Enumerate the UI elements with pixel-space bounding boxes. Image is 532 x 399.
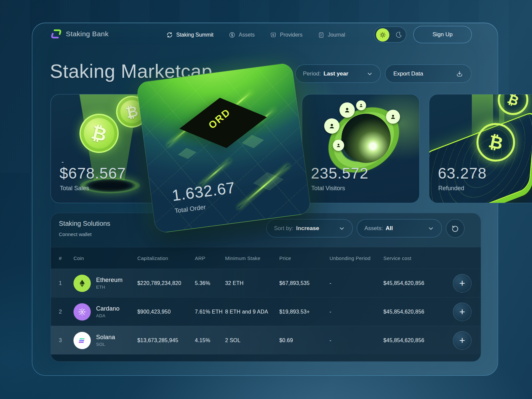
col-minimum-stake: Minimum Stake — [225, 255, 279, 261]
nav-label: Providers — [280, 32, 303, 38]
add-stake-button[interactable]: + — [453, 274, 471, 293]
col-capitalization: Capitalization — [137, 255, 195, 261]
ethereum-icon — [73, 275, 91, 292]
cell-service-cost: $45,854,620,856 — [383, 280, 444, 286]
section-title: Staking Solutions — [59, 220, 110, 227]
moon-icon[interactable] — [395, 31, 402, 38]
cell-service-cost: $45,854,620,856 — [383, 309, 444, 315]
sign-up-label: Sign Up — [433, 31, 453, 38]
chevron-down-icon — [366, 70, 373, 77]
user-avatar-icon — [333, 140, 344, 151]
stat-label: Refunded — [438, 185, 464, 192]
cell-capitalization: $13,673,285,945 — [137, 337, 195, 343]
nav-item-staking-summit[interactable]: Staking Summit — [166, 32, 213, 38]
user-avatar-icon — [356, 100, 366, 110]
cell-price: $0.69 — [279, 337, 330, 343]
col-arp: ARP — [195, 255, 225, 261]
add-stake-button[interactable]: + — [453, 303, 471, 321]
rotate-ccw-icon — [451, 224, 459, 232]
cell-unbonding-period: - — [330, 280, 383, 286]
table-header-row: # Coin Capitalization ARP Minimum Stake … — [51, 247, 481, 269]
bitcoin-coin-icon: ₿ — [79, 114, 119, 153]
user-avatar-icon — [339, 102, 355, 118]
nav-item-assets[interactable]: Assets — [229, 32, 255, 38]
nav-label: Journal — [328, 32, 345, 38]
stat-card-total-visitors: 235.572 Total Visitors — [302, 94, 420, 203]
chevron-down-icon — [338, 225, 345, 232]
table-row: 2 Cardano ADA $900,423,9 — [51, 297, 481, 326]
stat-card-refunded: ₿ ₿ 63.278 Refunded — [429, 94, 532, 203]
coin-name: Solana — [96, 334, 115, 340]
export-label: Export Data — [393, 70, 423, 77]
cell-minimum-stake: 32 ETH — [225, 280, 279, 286]
nav-item-providers[interactable]: Providers — [270, 32, 303, 38]
plus-icon: + — [459, 307, 465, 317]
theme-toggle[interactable] — [374, 27, 406, 43]
cell-arp: 4.15% — [195, 337, 225, 343]
nav-item-journal[interactable]: Journal — [318, 32, 345, 38]
grid-overlay — [136, 63, 311, 233]
journal-icon — [318, 32, 325, 38]
cell-minimum-stake: 8 ETH and 9 ADA — [225, 309, 279, 315]
table-row: 3 — [51, 326, 481, 354]
row-rank: 1 — [59, 280, 73, 286]
download-icon — [456, 70, 463, 77]
coin-symbol: SOL — [96, 342, 115, 346]
stat-label: Total Sales — [60, 185, 89, 192]
stat-card-total-order: ORD 1.632.67 Total Order — [136, 62, 312, 234]
row-rank: 2 — [59, 309, 73, 315]
dollar-circle-icon — [229, 32, 235, 38]
sort-by-dropdown[interactable]: Sort by: Increase — [266, 219, 353, 237]
user-avatar-icon — [386, 110, 400, 124]
cell-service-cost: $45,854,620,856 — [383, 337, 444, 343]
coin-symbol: ETH — [96, 285, 123, 289]
chevron-down-icon — [428, 225, 434, 232]
cell-price: $19,893.53+ — [279, 309, 330, 315]
add-stake-button[interactable]: + — [453, 331, 471, 350]
cardano-icon — [73, 303, 91, 321]
sync-icon — [166, 32, 173, 38]
sort-value: Increase — [296, 225, 319, 232]
plus-icon: + — [459, 278, 465, 288]
period-label: Period: — [303, 70, 321, 77]
staking-table: # Coin Capitalization ARP Minimum Stake … — [51, 247, 481, 361]
user-avatar-icon — [324, 118, 339, 134]
row-rank: 3 — [59, 337, 73, 343]
staking-solutions-panel: Staking Solutions Connect wallet Sort by… — [51, 213, 481, 362]
cell-unbonding-period: - — [330, 337, 383, 343]
col-unbonding-period: Unbonding Period — [330, 255, 383, 261]
assets-dropdown[interactable]: Assets: All — [357, 219, 442, 237]
cell-price: $67,893,535 — [279, 280, 330, 286]
assets-value: All — [386, 225, 393, 232]
bitcoin-coin-icon: ₿ — [476, 123, 515, 162]
sort-label: Sort by: — [274, 225, 294, 232]
refresh-button[interactable] — [446, 219, 465, 238]
sun-icon[interactable] — [376, 28, 389, 42]
solana-icon — [73, 332, 91, 349]
period-dropdown[interactable]: Period: Last year — [295, 65, 381, 83]
assets-label: Assets: — [364, 225, 383, 232]
cell-minimum-stake: 2 SOL — [225, 337, 279, 343]
col-service-cost: Service cost — [383, 255, 444, 261]
main-nav: Staking Summit Assets Providers Journal — [166, 29, 345, 41]
nav-label: Staking Summit — [176, 32, 213, 38]
stat-label: Total Visitors — [311, 185, 345, 192]
export-data-button[interactable]: Export Data — [385, 65, 471, 83]
coin-name: Cardano — [96, 306, 119, 312]
stat-value: 63.278 — [438, 164, 487, 182]
plus-icon: + — [459, 335, 465, 345]
dark-sphere — [341, 114, 391, 163]
brand-logo[interactable]: Staking Bank — [51, 29, 109, 39]
nav-label: Assets — [239, 32, 255, 38]
period-value: Last year — [324, 70, 348, 77]
stat-value: 235.572 — [311, 164, 368, 182]
cell-arp: 7.61% ETH — [195, 309, 225, 315]
cell-unbonding-period: - — [330, 309, 383, 315]
stat-value: $678.567 — [60, 164, 126, 182]
cell-capitalization: $900,423,950 — [137, 309, 195, 315]
sign-up-button[interactable]: Sign Up — [413, 26, 472, 43]
col-rank: # — [59, 255, 73, 261]
coin-symbol: ADA — [96, 314, 119, 318]
table-row: 1 Ethereum ETH $220,789,234,820 5.36% 32… — [51, 269, 481, 297]
pouch-icon — [270, 32, 277, 38]
